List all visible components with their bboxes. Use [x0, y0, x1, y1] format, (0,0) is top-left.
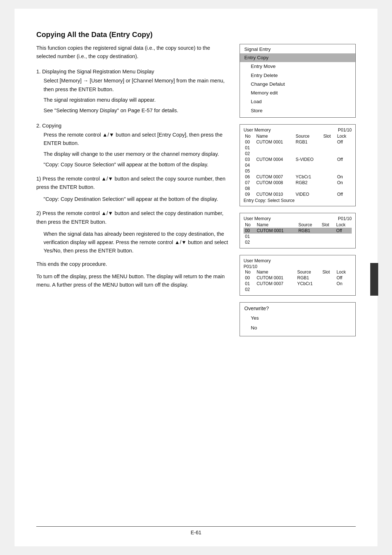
- right-column: Signal Entry Entry CopyEntry MoveEntry D…: [240, 44, 356, 343]
- step1-section: 1. Displaying the Signal Registration Me…: [36, 69, 229, 115]
- sub1-heading: 1) Press the remote control ▲/▼ button a…: [36, 175, 229, 191]
- cell-lock: On: [336, 180, 352, 186]
- cell-source: RGB1: [296, 275, 321, 281]
- cell-source: [297, 239, 320, 245]
- conclusion2: To turn off the display, press the MENU …: [36, 272, 229, 289]
- cell-lock: Off: [336, 139, 352, 145]
- cell-lock: [335, 234, 352, 239]
- overwrite-box: Overwrite? YesNo: [240, 302, 356, 336]
- um1-col-source: Source: [294, 133, 322, 139]
- signal-entry-title: Signal Entry: [240, 44, 355, 53]
- cell-no: 04: [244, 162, 255, 168]
- step1-body1: Select [Memory] → [User Memory] or [Chan…: [44, 77, 229, 93]
- um1-col-name: Name: [255, 133, 294, 139]
- cell-source: [294, 151, 322, 157]
- um1-rows: 00CUTOM 0001RGB1Off010203CUTOM 0004S-VID…: [244, 139, 352, 197]
- cell-name: [255, 151, 294, 157]
- cell-lock: Off: [336, 157, 352, 162]
- cell-no: 00: [244, 228, 256, 234]
- cell-lock: On: [335, 281, 352, 287]
- overwrite-items: YesNo: [240, 313, 355, 333]
- sub2-heading: 2) Press the remote control ▲/▼ button a…: [36, 209, 229, 226]
- cell-slot: [322, 139, 336, 145]
- cell-source: [294, 145, 322, 151]
- cell-slot: [322, 157, 336, 162]
- cell-name: CUTOM 0007: [255, 174, 294, 180]
- page: Copying All the Data (Entry Copy) This f…: [15, 9, 377, 546]
- cell-name: [255, 162, 294, 168]
- cell-no: 01: [244, 281, 255, 287]
- table-row: 09CUTOM 0010VIDEOOff: [244, 191, 352, 197]
- cell-no: 02: [244, 287, 255, 292]
- cell-no: 09: [244, 191, 255, 197]
- um3-page: P01/10: [244, 264, 352, 269]
- sub2-body1: When the signal data has already been re…: [44, 230, 229, 255]
- cell-lock: On: [336, 174, 352, 180]
- signal-entry-item: Memory edit: [240, 89, 355, 97]
- cell-no: 01: [244, 145, 255, 151]
- right-tab: [370, 263, 378, 296]
- table-row: 00CUTOM 0001RGB1Off: [244, 275, 352, 281]
- um2-col-slot: Slot: [320, 222, 335, 228]
- cell-source: YCbCr1: [296, 281, 321, 287]
- um1-footer: Entry Copy: Select Source: [244, 198, 352, 203]
- cell-name: CUTOM 0007: [255, 281, 296, 287]
- signal-entry-item: Entry Delete: [240, 71, 355, 80]
- table-row: 08: [244, 186, 352, 191]
- sub2-body: When the signal data has already been re…: [44, 230, 229, 255]
- table-row: 05: [244, 168, 352, 174]
- cell-slot: [322, 162, 336, 168]
- cell-lock: Off: [336, 191, 352, 197]
- cell-no: 02: [244, 239, 256, 245]
- cell-source: [294, 186, 322, 191]
- signal-entry-item: Load: [240, 97, 355, 106]
- cell-slot: [321, 275, 335, 281]
- user-memory-box2: User Memory P01/10 No Name Source Slot L…: [240, 213, 356, 248]
- page-number: E-61: [191, 530, 201, 535]
- cell-name: CUTOM 0001: [255, 139, 294, 145]
- cell-source: S-VIDEO: [294, 157, 322, 162]
- cell-name: [256, 239, 297, 245]
- conclusion1: This ends the copy procedure.: [36, 260, 229, 268]
- substep1-section: 1) Press the remote control ▲/▼ button a…: [36, 175, 229, 204]
- signal-entry-item: Entry Move: [240, 62, 355, 71]
- cell-name: CUTOM 0001: [255, 275, 296, 281]
- table-row: 07CUTOM 0008RGB2On: [244, 180, 352, 186]
- um3-table: No Name Source Slot Lock 00CUTOM 0001RGB…: [244, 269, 352, 292]
- step2-body1: Press the remote control ▲/▼ button and …: [44, 131, 229, 147]
- um3-header-row: No Name Source Slot Lock: [244, 269, 352, 275]
- cell-slot: [322, 174, 336, 180]
- cell-lock: [336, 145, 352, 151]
- step1-heading: 1. Displaying the Signal Registration Me…: [36, 69, 229, 74]
- cell-name: CUTOM 0001: [256, 228, 297, 234]
- um2-col-name: Name: [256, 222, 297, 228]
- um2-title: User Memory: [244, 216, 271, 221]
- um1-table: No Name Source Slot Lock 00CUTOM 0001RGB…: [244, 133, 352, 197]
- cell-name: [255, 287, 296, 292]
- overwrite-item: No: [240, 323, 355, 333]
- user-memory-box1: User Memory P01/10 No Name Source Slot L…: [240, 124, 356, 206]
- cell-name: [255, 186, 294, 191]
- cell-source: [297, 234, 320, 239]
- table-row: 04: [244, 162, 352, 168]
- sub1-body: "Copy: Copy Destination Selection" will …: [44, 195, 229, 203]
- conclusion: This ends the copy procedure. To turn of…: [36, 260, 229, 289]
- sub1-body1: "Copy: Copy Destination Selection" will …: [44, 195, 229, 203]
- left-column: This function copies the registered sign…: [36, 44, 229, 343]
- cell-lock: [335, 287, 352, 292]
- table-row: 00CUTOM 0001RGB1Off: [244, 139, 352, 145]
- um2-table: No Name Source Slot Lock 00CUTOM 0001RGB…: [244, 222, 352, 245]
- cell-no: 03: [244, 157, 255, 162]
- cell-name: [255, 168, 294, 174]
- step2-section: 2. Copying Press the remote control ▲/▼ …: [36, 123, 229, 169]
- um2-col-no: No: [244, 222, 256, 228]
- cell-slot: [320, 234, 335, 239]
- table-row: 00CUTOM 0001RGB1Off: [244, 228, 352, 234]
- cell-source: RGB1: [297, 228, 320, 234]
- substep2-section: 2) Press the remote control ▲/▼ button a…: [36, 209, 229, 255]
- um1-col-no: No: [244, 133, 255, 139]
- cell-lock: [335, 239, 352, 245]
- um3-col-slot: Slot: [321, 269, 335, 275]
- cell-no: 00: [244, 275, 255, 281]
- cell-source: VIDEO: [294, 191, 322, 197]
